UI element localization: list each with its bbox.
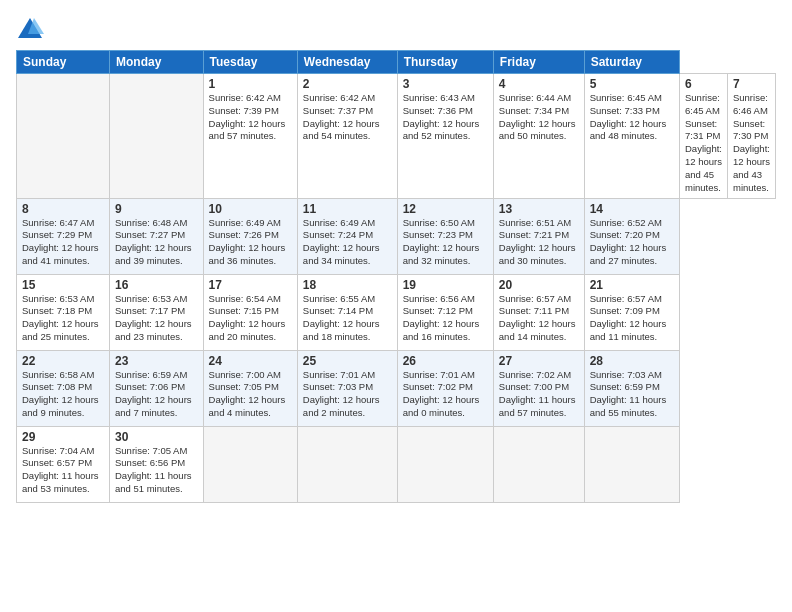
day-number: 10 [209, 202, 292, 216]
calendar-week-row: 22Sunrise: 6:58 AM Sunset: 7:08 PM Dayli… [17, 350, 776, 426]
calendar-cell: 4Sunrise: 6:44 AM Sunset: 7:34 PM Daylig… [493, 74, 584, 199]
calendar-cell: 1Sunrise: 6:42 AM Sunset: 7:39 PM Daylig… [203, 74, 297, 199]
day-detail: Sunrise: 6:47 AM Sunset: 7:29 PM Dayligh… [22, 217, 104, 268]
day-number: 19 [403, 278, 488, 292]
day-detail: Sunrise: 7:02 AM Sunset: 7:00 PM Dayligh… [499, 369, 579, 420]
calendar-cell: 24Sunrise: 7:00 AM Sunset: 7:05 PM Dayli… [203, 350, 297, 426]
calendar-cell: 9Sunrise: 6:48 AM Sunset: 7:27 PM Daylig… [109, 198, 203, 274]
calendar-cell: 29Sunrise: 7:04 AM Sunset: 6:57 PM Dayli… [17, 426, 110, 502]
calendar-cell: 14Sunrise: 6:52 AM Sunset: 7:20 PM Dayli… [584, 198, 679, 274]
day-number: 22 [22, 354, 104, 368]
calendar-cell [493, 426, 584, 502]
day-detail: Sunrise: 6:54 AM Sunset: 7:15 PM Dayligh… [209, 293, 292, 344]
day-detail: Sunrise: 6:45 AM Sunset: 7:31 PM Dayligh… [685, 92, 722, 195]
day-detail: Sunrise: 7:00 AM Sunset: 7:05 PM Dayligh… [209, 369, 292, 420]
day-detail: Sunrise: 6:56 AM Sunset: 7:12 PM Dayligh… [403, 293, 488, 344]
calendar-cell: 3Sunrise: 6:43 AM Sunset: 7:36 PM Daylig… [397, 74, 493, 199]
day-number: 24 [209, 354, 292, 368]
day-detail: Sunrise: 6:44 AM Sunset: 7:34 PM Dayligh… [499, 92, 579, 143]
calendar-cell: 13Sunrise: 6:51 AM Sunset: 7:21 PM Dayli… [493, 198, 584, 274]
calendar-cell: 28Sunrise: 7:03 AM Sunset: 6:59 PM Dayli… [584, 350, 679, 426]
calendar-cell: 5Sunrise: 6:45 AM Sunset: 7:33 PM Daylig… [584, 74, 679, 199]
day-number: 13 [499, 202, 579, 216]
day-number: 5 [590, 77, 674, 91]
day-number: 11 [303, 202, 392, 216]
calendar-cell: 26Sunrise: 7:01 AM Sunset: 7:02 PM Dayli… [397, 350, 493, 426]
calendar-cell: 8Sunrise: 6:47 AM Sunset: 7:29 PM Daylig… [17, 198, 110, 274]
weekday-header-wednesday: Wednesday [297, 51, 397, 74]
day-number: 4 [499, 77, 579, 91]
day-detail: Sunrise: 6:57 AM Sunset: 7:09 PM Dayligh… [590, 293, 674, 344]
weekday-header-thursday: Thursday [397, 51, 493, 74]
calendar-cell: 22Sunrise: 6:58 AM Sunset: 7:08 PM Dayli… [17, 350, 110, 426]
day-number: 17 [209, 278, 292, 292]
calendar-cell: 7Sunrise: 6:46 AM Sunset: 7:30 PM Daylig… [727, 74, 775, 199]
day-number: 18 [303, 278, 392, 292]
calendar-week-row: 1Sunrise: 6:42 AM Sunset: 7:39 PM Daylig… [17, 74, 776, 199]
day-number: 8 [22, 202, 104, 216]
weekday-header-saturday: Saturday [584, 51, 679, 74]
calendar-cell: 20Sunrise: 6:57 AM Sunset: 7:11 PM Dayli… [493, 274, 584, 350]
calendar-cell: 11Sunrise: 6:49 AM Sunset: 7:24 PM Dayli… [297, 198, 397, 274]
day-number: 29 [22, 430, 104, 444]
day-detail: Sunrise: 7:04 AM Sunset: 6:57 PM Dayligh… [22, 445, 104, 496]
day-detail: Sunrise: 6:50 AM Sunset: 7:23 PM Dayligh… [403, 217, 488, 268]
calendar: SundayMondayTuesdayWednesdayThursdayFrid… [16, 50, 776, 503]
day-number: 14 [590, 202, 674, 216]
day-detail: Sunrise: 7:03 AM Sunset: 6:59 PM Dayligh… [590, 369, 674, 420]
day-number: 6 [685, 77, 722, 91]
weekday-header-friday: Friday [493, 51, 584, 74]
weekday-header-monday: Monday [109, 51, 203, 74]
day-number: 1 [209, 77, 292, 91]
day-detail: Sunrise: 6:53 AM Sunset: 7:18 PM Dayligh… [22, 293, 104, 344]
weekday-header-tuesday: Tuesday [203, 51, 297, 74]
calendar-week-row: 15Sunrise: 6:53 AM Sunset: 7:18 PM Dayli… [17, 274, 776, 350]
logo-icon [16, 16, 44, 44]
calendar-cell [109, 74, 203, 199]
day-detail: Sunrise: 6:49 AM Sunset: 7:26 PM Dayligh… [209, 217, 292, 268]
day-number: 20 [499, 278, 579, 292]
calendar-week-row: 8Sunrise: 6:47 AM Sunset: 7:29 PM Daylig… [17, 198, 776, 274]
logo [16, 16, 48, 44]
day-number: 28 [590, 354, 674, 368]
day-number: 12 [403, 202, 488, 216]
day-detail: Sunrise: 6:49 AM Sunset: 7:24 PM Dayligh… [303, 217, 392, 268]
day-detail: Sunrise: 6:59 AM Sunset: 7:06 PM Dayligh… [115, 369, 198, 420]
day-number: 7 [733, 77, 770, 91]
day-detail: Sunrise: 7:01 AM Sunset: 7:02 PM Dayligh… [403, 369, 488, 420]
day-number: 3 [403, 77, 488, 91]
calendar-cell: 2Sunrise: 6:42 AM Sunset: 7:37 PM Daylig… [297, 74, 397, 199]
day-number: 9 [115, 202, 198, 216]
calendar-cell: 10Sunrise: 6:49 AM Sunset: 7:26 PM Dayli… [203, 198, 297, 274]
calendar-cell: 19Sunrise: 6:56 AM Sunset: 7:12 PM Dayli… [397, 274, 493, 350]
calendar-cell: 12Sunrise: 6:50 AM Sunset: 7:23 PM Dayli… [397, 198, 493, 274]
day-detail: Sunrise: 7:05 AM Sunset: 6:56 PM Dayligh… [115, 445, 198, 496]
calendar-cell: 21Sunrise: 6:57 AM Sunset: 7:09 PM Dayli… [584, 274, 679, 350]
day-number: 15 [22, 278, 104, 292]
calendar-week-row: 29Sunrise: 7:04 AM Sunset: 6:57 PM Dayli… [17, 426, 776, 502]
day-detail: Sunrise: 6:46 AM Sunset: 7:30 PM Dayligh… [733, 92, 770, 195]
day-detail: Sunrise: 7:01 AM Sunset: 7:03 PM Dayligh… [303, 369, 392, 420]
weekday-header-sunday: Sunday [17, 51, 110, 74]
calendar-cell: 15Sunrise: 6:53 AM Sunset: 7:18 PM Dayli… [17, 274, 110, 350]
day-detail: Sunrise: 6:45 AM Sunset: 7:33 PM Dayligh… [590, 92, 674, 143]
day-number: 16 [115, 278, 198, 292]
calendar-cell: 6Sunrise: 6:45 AM Sunset: 7:31 PM Daylig… [680, 74, 728, 199]
day-number: 23 [115, 354, 198, 368]
day-detail: Sunrise: 6:48 AM Sunset: 7:27 PM Dayligh… [115, 217, 198, 268]
calendar-cell: 27Sunrise: 7:02 AM Sunset: 7:00 PM Dayli… [493, 350, 584, 426]
calendar-cell: 17Sunrise: 6:54 AM Sunset: 7:15 PM Dayli… [203, 274, 297, 350]
calendar-cell [297, 426, 397, 502]
day-detail: Sunrise: 6:57 AM Sunset: 7:11 PM Dayligh… [499, 293, 579, 344]
day-detail: Sunrise: 6:52 AM Sunset: 7:20 PM Dayligh… [590, 217, 674, 268]
day-detail: Sunrise: 6:42 AM Sunset: 7:37 PM Dayligh… [303, 92, 392, 143]
day-detail: Sunrise: 6:58 AM Sunset: 7:08 PM Dayligh… [22, 369, 104, 420]
day-detail: Sunrise: 6:51 AM Sunset: 7:21 PM Dayligh… [499, 217, 579, 268]
calendar-cell [584, 426, 679, 502]
day-detail: Sunrise: 6:55 AM Sunset: 7:14 PM Dayligh… [303, 293, 392, 344]
calendar-cell: 23Sunrise: 6:59 AM Sunset: 7:06 PM Dayli… [109, 350, 203, 426]
day-detail: Sunrise: 6:43 AM Sunset: 7:36 PM Dayligh… [403, 92, 488, 143]
day-number: 2 [303, 77, 392, 91]
day-number: 27 [499, 354, 579, 368]
day-detail: Sunrise: 6:53 AM Sunset: 7:17 PM Dayligh… [115, 293, 198, 344]
